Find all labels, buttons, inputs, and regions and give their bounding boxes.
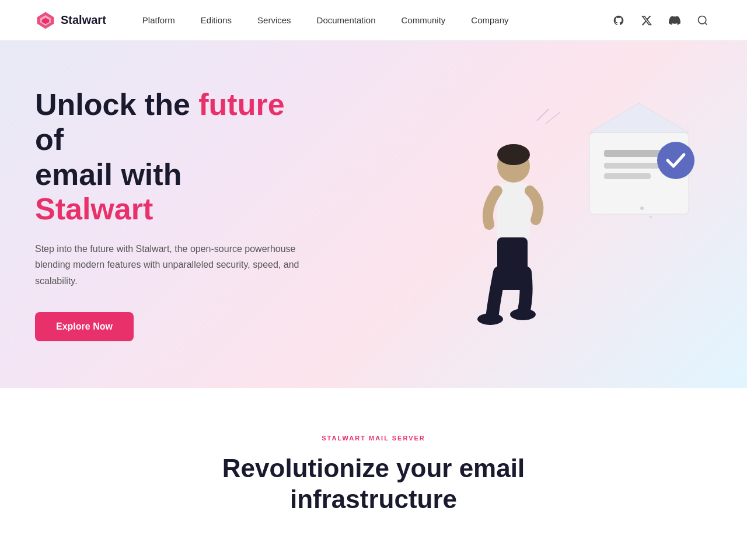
hero-subtitle: Step into the future with Stalwart, the … <box>35 241 303 289</box>
hero-title-middle: ofemail with <box>35 123 181 191</box>
hero-section: Unlock the future ofemail with Stalwart … <box>0 41 747 388</box>
svg-point-3 <box>699 16 706 23</box>
hero-title-accent1: future <box>198 88 284 121</box>
svg-rect-13 <box>604 173 651 179</box>
search-icon[interactable] <box>693 11 712 30</box>
section-title-line2: infrastructure <box>290 485 457 513</box>
navbar: Stalwart Platform Editions Services Docu… <box>0 0 747 41</box>
svg-point-9 <box>510 309 536 320</box>
section-title-line1: Revolutionize your email <box>222 454 525 482</box>
envelope-illustration <box>584 97 712 220</box>
nav-documentation[interactable]: Documentation <box>304 0 389 41</box>
explore-now-button[interactable]: Explore Now <box>35 312 134 341</box>
nav-icon-group <box>609 11 712 30</box>
nav-platform[interactable]: Platform <box>130 0 188 41</box>
mail-server-section: STALWART MAIL SERVER Revolutionize your … <box>0 388 747 560</box>
svg-point-8 <box>477 313 503 325</box>
svg-line-15 <box>537 109 549 121</box>
nav-editions[interactable]: Editions <box>188 0 245 41</box>
hero-title: Unlock the future ofemail with Stalwart <box>35 88 303 227</box>
person-illustration <box>467 138 560 337</box>
logo-link[interactable]: Stalwart <box>35 10 106 31</box>
nav-links: Platform Editions Services Documentation… <box>130 0 609 41</box>
section-label: STALWART MAIL SERVER <box>35 435 712 442</box>
nav-company[interactable]: Company <box>458 0 521 41</box>
github-icon[interactable] <box>609 11 628 30</box>
hero-title-prefix: Unlock the <box>35 88 198 121</box>
hero-content: Unlock the future ofemail with Stalwart … <box>0 41 338 388</box>
logo-icon <box>35 10 56 31</box>
svg-line-16 <box>546 112 560 124</box>
discord-icon[interactable] <box>665 11 684 30</box>
svg-point-5 <box>497 144 530 165</box>
twitter-icon[interactable] <box>637 11 656 30</box>
logo-text: Stalwart <box>61 13 106 27</box>
hero-title-accent2: Stalwart <box>35 192 153 226</box>
nav-services[interactable]: Services <box>245 0 304 41</box>
bottom-dots <box>35 550 712 560</box>
section-title: Revolutionize your email infrastructure <box>35 453 712 515</box>
hero-illustration <box>420 92 712 337</box>
svg-rect-11 <box>604 150 662 157</box>
svg-point-14 <box>657 142 694 179</box>
nav-community[interactable]: Community <box>388 0 458 41</box>
